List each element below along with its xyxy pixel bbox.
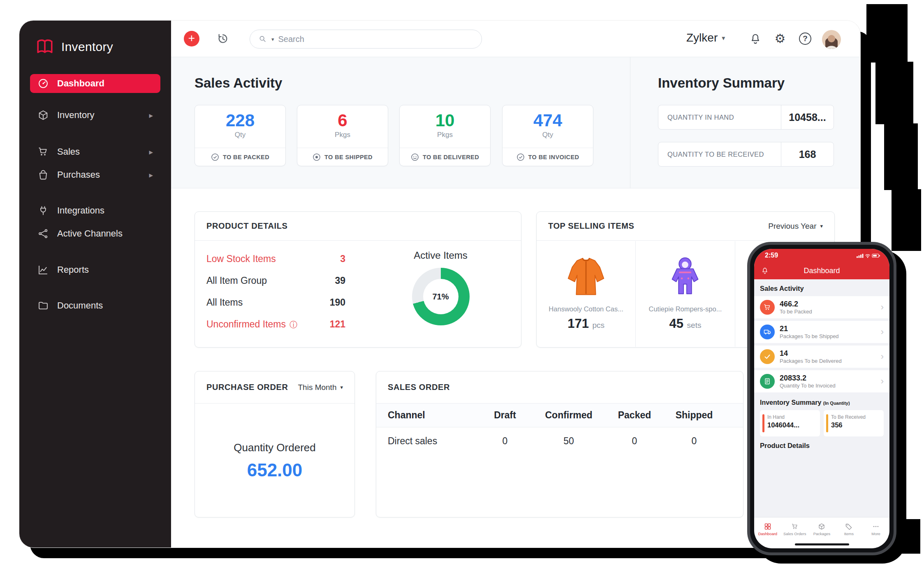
summary-value: 10458... xyxy=(781,105,834,129)
card-title: PRODUCT DETAILS xyxy=(206,221,288,231)
tab-label: Sales Orders xyxy=(783,531,806,536)
sidebar: Inventory Dashboard Inventory ▸ Sales ▸ … xyxy=(19,21,171,547)
help-icon[interactable]: ? xyxy=(799,32,811,45)
phone-to-be-delivered-row[interactable]: 14 Packages To be Delivered › xyxy=(754,346,889,368)
to-be-invoiced-card[interactable]: 474 Qty TO BE INVOICED xyxy=(502,105,593,166)
sidebar-item-label: Reports xyxy=(57,264,89,275)
column-header: Shipped xyxy=(663,410,725,421)
tab-items[interactable]: Items xyxy=(835,517,862,541)
metric-unit: Pkgs xyxy=(400,131,490,139)
unconfirmed-items-row[interactable]: Unconfirmed Itemsⓘ 121 xyxy=(206,313,345,335)
folder-icon xyxy=(37,300,49,311)
sidebar-item-sales[interactable]: Sales ▸ xyxy=(30,142,160,161)
accent-bar xyxy=(762,414,764,432)
all-items-row[interactable]: All Items 190 xyxy=(206,292,345,313)
row-value: 3 xyxy=(340,253,345,264)
purchase-order-card: PURCHASE ORDER This Month ▾ Quantity Ord… xyxy=(195,371,355,517)
sidebar-item-documents[interactable]: Documents xyxy=(30,296,160,315)
tab-label: Items xyxy=(844,531,854,536)
sidebar-item-label: Purchases xyxy=(57,169,100,180)
metric-value: 474 xyxy=(503,111,593,130)
cart-icon xyxy=(37,146,49,158)
share-nodes-icon xyxy=(37,228,49,239)
product-image-romper xyxy=(661,248,709,302)
inventory-logo-icon xyxy=(35,37,55,57)
sidebar-item-reports[interactable]: Reports xyxy=(30,260,160,279)
quantity-in-hand-row: QUANTITY IN HAND 10458... xyxy=(658,105,834,130)
tab-sales-orders[interactable]: Sales Orders xyxy=(781,517,808,541)
divider xyxy=(630,57,630,188)
search-bar[interactable]: ▾ xyxy=(250,30,482,49)
to-be-received-card[interactable]: To Be Received 356 xyxy=(824,410,884,436)
search-icon xyxy=(258,35,267,44)
cart-icon xyxy=(791,523,799,530)
to-be-shipped-card[interactable]: 6 Pkgs TO BE SHIPPED xyxy=(297,105,388,166)
phone-to-be-invoiced-row[interactable]: 20833.2 Quantity To be Invoiced › xyxy=(754,370,889,392)
row-value: 466.2 xyxy=(780,300,812,309)
column-header: Channel xyxy=(388,410,478,421)
phone-to-be-packed-row[interactable]: 466.2 To be Packed › xyxy=(754,296,889,318)
search-scope-caret-icon[interactable]: ▾ xyxy=(271,36,274,42)
tab-dashboard[interactable]: Dashboard xyxy=(754,517,781,541)
notifications-bell-icon[interactable] xyxy=(749,32,762,45)
metric-value: 6 xyxy=(297,111,388,130)
sidebar-item-dashboard[interactable]: Dashboard xyxy=(30,74,160,93)
history-icon[interactable] xyxy=(216,32,229,45)
cell-draft: 0 xyxy=(478,436,532,447)
cell-packed: 0 xyxy=(606,436,663,447)
user-avatar[interactable] xyxy=(822,30,841,49)
metric-unit: Qty xyxy=(503,131,593,139)
app-logo: Inventory xyxy=(35,37,113,57)
sidebar-item-active-channels[interactable]: Active Channels xyxy=(30,224,160,243)
sidebar-item-label: Documents xyxy=(57,300,103,311)
product-unit: pcs xyxy=(593,321,605,329)
to-be-delivered-card[interactable]: 10 Pkgs TO BE DELIVERED xyxy=(399,105,491,166)
quick-create-button[interactable]: + xyxy=(184,31,199,46)
org-switcher[interactable]: Zylker ▾ xyxy=(686,31,725,44)
phone-summary-note: (In Quantity) xyxy=(823,401,850,406)
low-stock-items-row[interactable]: Low Stock Items 3 xyxy=(206,248,345,270)
row-label: Packages To be Delivered xyxy=(780,358,842,364)
more-dots-icon xyxy=(872,523,880,530)
chevron-right-icon: ▸ xyxy=(149,170,153,180)
row-value: 20833.2 xyxy=(780,374,836,383)
row-label: Unconfirmed Items xyxy=(206,319,286,329)
phone-mockup: 2:59 Dashboard Sales Activity 466.2 xyxy=(747,242,896,555)
all-item-group-row[interactable]: All Item Group 39 xyxy=(206,270,345,292)
tab-more[interactable]: More xyxy=(862,517,889,541)
shipping-icon xyxy=(313,153,321,161)
phone-to-be-shipped-row[interactable]: 21 Packages To be Shipped › xyxy=(754,321,889,343)
search-input[interactable] xyxy=(278,35,473,44)
org-name: Zylker xyxy=(686,31,718,44)
chevron-right-icon: › xyxy=(881,376,884,387)
row-label: To be Packed xyxy=(780,309,812,315)
column-header: Draft xyxy=(478,410,532,421)
period-filter[interactable]: This Month ▾ xyxy=(298,383,343,392)
in-hand-card[interactable]: In Hand 1046044... xyxy=(760,410,820,436)
tab-label: Dashboard xyxy=(758,531,777,536)
sidebar-item-purchases[interactable]: Purchases ▸ xyxy=(30,165,160,184)
row-value: 121 xyxy=(330,319,345,330)
product-name: Cutiepie Rompers-spo... xyxy=(649,305,722,313)
sales-order-table-header: Channel Draft Confirmed Packed Shipped xyxy=(376,404,743,427)
app-window: Inventory Dashboard Inventory ▸ Sales ▸ … xyxy=(19,21,860,547)
sidebar-item-inventory[interactable]: Inventory ▸ xyxy=(30,106,160,125)
tab-packages[interactable]: Packages xyxy=(808,517,836,541)
card-value: 356 xyxy=(831,421,880,429)
product-image-jacket xyxy=(562,248,610,302)
table-row[interactable]: Direct sales 0 50 0 0 xyxy=(376,427,743,455)
settings-gear-icon[interactable]: ⚙ xyxy=(773,32,787,45)
chevron-down-icon: ▾ xyxy=(340,384,343,390)
product-qty: 45 xyxy=(669,316,683,331)
sales-activity-title: Sales Activity xyxy=(195,75,282,91)
to-be-packed-card[interactable]: 228 Qty TO BE PACKED xyxy=(195,105,286,166)
invoice-icon xyxy=(760,374,775,389)
sidebar-item-label: Dashboard xyxy=(57,78,104,89)
top-selling-item[interactable]: Cutiepie Rompers-spo... 45 sets xyxy=(636,241,735,347)
active-items-block: Active Items 71% xyxy=(372,250,509,325)
top-selling-item[interactable]: Hanswooly Cotton Cas... 171 pcs xyxy=(537,241,636,347)
period-filter[interactable]: Previous Year ▾ xyxy=(768,222,823,231)
bell-icon[interactable] xyxy=(761,267,769,275)
sidebar-item-integrations[interactable]: Integrations xyxy=(30,201,160,220)
chevron-right-icon: ▸ xyxy=(149,111,153,120)
